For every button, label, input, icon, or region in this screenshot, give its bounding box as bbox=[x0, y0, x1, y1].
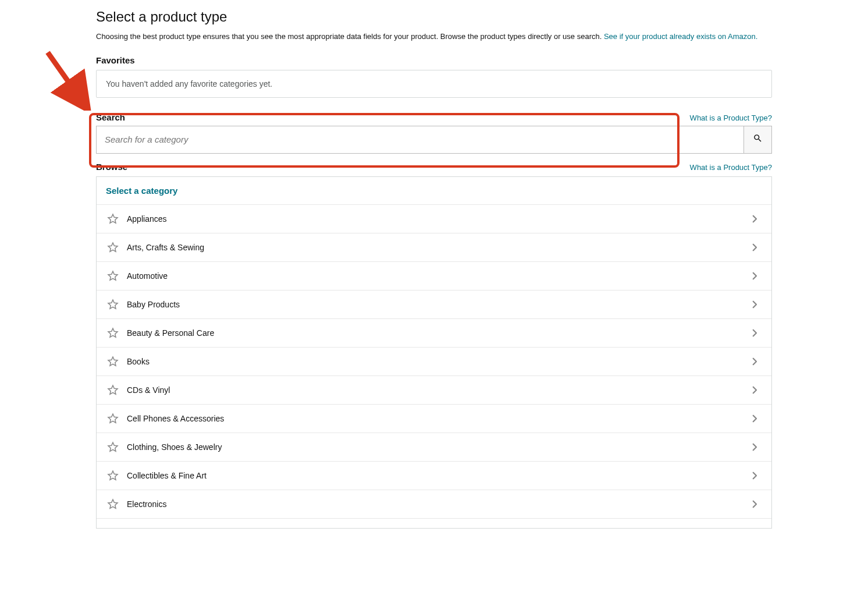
search-input[interactable] bbox=[96, 126, 744, 154]
chevron-right-icon bbox=[749, 385, 760, 395]
category-list[interactable]: AppliancesArts, Crafts & SewingAutomotiv… bbox=[97, 205, 771, 528]
chevron-right-icon bbox=[749, 328, 760, 338]
chevron-right-icon bbox=[749, 413, 760, 424]
page-description: Choosing the best product type ensures t… bbox=[96, 31, 772, 42]
category-label: Arts, Crafts & Sewing bbox=[127, 243, 749, 252]
chevron-right-icon bbox=[749, 299, 760, 310]
category-item[interactable]: Books bbox=[97, 348, 771, 376]
category-item[interactable]: Beauty & Personal Care bbox=[97, 319, 771, 348]
page-title: Select a product type bbox=[96, 9, 772, 25]
chevron-right-icon bbox=[749, 271, 760, 281]
category-label: Cell Phones & Accessories bbox=[127, 414, 749, 423]
star-icon[interactable] bbox=[107, 356, 119, 367]
category-label: Baby Products bbox=[127, 300, 749, 309]
browse-help-link[interactable]: What is a Product Type? bbox=[690, 163, 772, 172]
category-item[interactable]: Electronics bbox=[97, 490, 771, 519]
search-heading: Search bbox=[96, 112, 125, 122]
select-category-header: Select a category bbox=[97, 177, 771, 205]
category-item[interactable]: Cell Phones & Accessories bbox=[97, 405, 771, 433]
category-item[interactable]: CDs & Vinyl bbox=[97, 376, 771, 405]
chevron-right-icon bbox=[749, 499, 760, 509]
chevron-right-icon bbox=[749, 470, 760, 481]
favorites-heading: Favorites bbox=[96, 55, 772, 65]
category-item[interactable]: Arts, Crafts & Sewing bbox=[97, 233, 771, 262]
chevron-right-icon bbox=[749, 242, 760, 253]
chevron-right-icon bbox=[749, 442, 760, 452]
category-item[interactable]: Collectibles & Fine Art bbox=[97, 462, 771, 490]
category-label: Collectibles & Fine Art bbox=[127, 471, 749, 480]
chevron-right-icon bbox=[749, 356, 760, 367]
star-icon[interactable] bbox=[107, 242, 119, 253]
category-item[interactable]: Clothing, Shoes & Jewelry bbox=[97, 433, 771, 462]
category-item[interactable]: Baby Products bbox=[97, 290, 771, 319]
star-icon[interactable] bbox=[107, 470, 119, 481]
star-icon[interactable] bbox=[107, 327, 119, 339]
category-label: Books bbox=[127, 357, 749, 366]
star-icon[interactable] bbox=[107, 270, 119, 282]
category-label: Beauty & Personal Care bbox=[127, 328, 749, 338]
description-text: Choosing the best product type ensures t… bbox=[96, 32, 604, 41]
star-icon[interactable] bbox=[107, 498, 119, 510]
existing-product-link[interactable]: See if your product already exists on Am… bbox=[604, 32, 757, 41]
category-label: Appliances bbox=[127, 214, 749, 224]
category-label: Electronics bbox=[127, 499, 749, 509]
browse-panel: Select a category AppliancesArts, Crafts… bbox=[96, 176, 772, 529]
category-item[interactable]: Appliances bbox=[97, 205, 771, 233]
favorites-empty-box: You haven't added any favorite categorie… bbox=[96, 70, 772, 98]
search-help-link[interactable]: What is a Product Type? bbox=[690, 114, 772, 122]
browse-heading: Browse bbox=[96, 162, 127, 172]
star-icon[interactable] bbox=[107, 384, 119, 396]
search-button[interactable] bbox=[744, 126, 772, 154]
chevron-right-icon bbox=[749, 214, 760, 224]
star-icon[interactable] bbox=[107, 413, 119, 424]
category-label: Automotive bbox=[127, 271, 749, 281]
search-icon bbox=[753, 133, 763, 146]
star-icon[interactable] bbox=[107, 299, 119, 310]
star-icon[interactable] bbox=[107, 213, 119, 225]
category-label: CDs & Vinyl bbox=[127, 385, 749, 395]
category-label: Clothing, Shoes & Jewelry bbox=[127, 442, 749, 452]
star-icon[interactable] bbox=[107, 441, 119, 453]
category-item[interactable]: Automotive bbox=[97, 262, 771, 290]
